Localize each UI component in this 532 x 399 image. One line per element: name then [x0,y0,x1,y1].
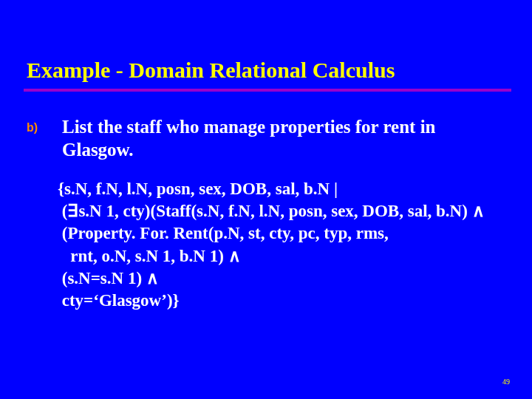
page-title: Example - Domain Relational Calculus [0,58,532,87]
formula-line: (∃s.N 1, cty)(Staff(s.N, f.N, l.N, posn,… [58,200,510,222]
slide: Example - Domain Relational Calculus b) … [0,0,532,399]
formula-line: rnt, o.N, s.N 1, b.N 1) ∧ [58,245,510,267]
formula-line: (s.N=s.N 1) ∧ [58,267,510,290]
formula-block: {s.N, f.N, l.N, posn, sex, DOB, sal, b.N… [27,162,510,313]
bullet-text: List the staff who manage properties for… [62,115,510,162]
bullet-item: b) List the staff who manage properties … [27,115,510,162]
formula-line: {s.N, f.N, l.N, posn, sex, DOB, sal, b.N… [58,178,510,200]
formula-line: (Property. For. Rent(p.N, st, cty, pc, t… [58,222,510,245]
formula-line: cty=‘Glasgow’)} [58,290,510,312]
page-number: 49 [502,378,510,386]
bullet-label: b) [27,115,44,134]
content-area: b) List the staff who manage properties … [0,92,532,313]
